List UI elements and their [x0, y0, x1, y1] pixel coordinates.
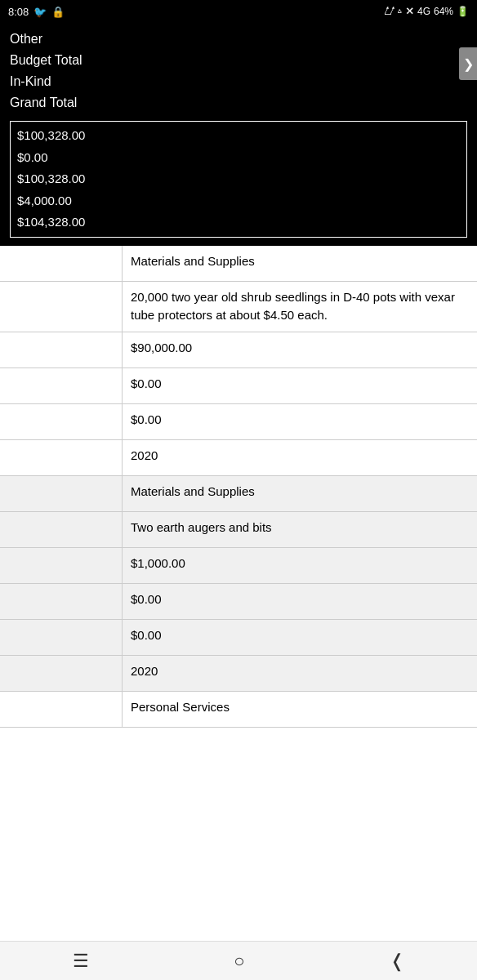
- time-display: 8:08: [8, 6, 29, 18]
- row-left-1: [0, 246, 123, 281]
- row-right-4: $0.00: [123, 368, 477, 403]
- row-right-10: $0.00: [123, 584, 477, 619]
- row-right-2: 20,000 two year old shrub seedlings in D…: [123, 282, 477, 332]
- value-4: $4,000.00: [17, 192, 460, 211]
- value-1: $100,328.00: [17, 127, 460, 145]
- row-left-12: [0, 656, 123, 691]
- table-row: Materials and Supplies: [0, 246, 477, 282]
- label-in-kind: In-Kind: [10, 72, 467, 91]
- row-right-3: $90,000.00: [123, 332, 477, 368]
- row-right-7: Materials and Supplies: [123, 476, 477, 511]
- facebook-icon: 🐦: [33, 6, 47, 18]
- label-budget-total: Budget Total: [10, 51, 467, 70]
- table-row: 2020: [0, 440, 477, 476]
- row-left-4: [0, 368, 123, 403]
- menu-nav-icon[interactable]: ☰: [73, 951, 89, 972]
- row-left-13: [0, 692, 123, 727]
- row-left-9: [0, 548, 123, 583]
- home-nav-icon[interactable]: ○: [234, 951, 244, 972]
- status-bar-left: 8:08 🐦 🔒: [8, 6, 65, 18]
- value-3: $100,328.00: [17, 170, 460, 189]
- row-left-11: [0, 620, 123, 655]
- table-row: Two earth augers and bits: [0, 512, 477, 548]
- value-2: $0.00: [17, 149, 460, 167]
- back-nav-icon[interactable]: ❬: [390, 951, 404, 972]
- values-box: $100,328.00 $0.00 $100,328.00 $4,000.00 …: [10, 121, 467, 238]
- table-row: $1,000.00: [0, 548, 477, 584]
- battery-display: 64%: [434, 6, 453, 17]
- arrow-button[interactable]: ❯: [459, 47, 477, 80]
- row-right-9: $1,000.00: [123, 548, 477, 583]
- row-left-2: [0, 282, 123, 332]
- row-left-8: [0, 512, 123, 547]
- table-row: Materials and Supplies: [0, 476, 477, 512]
- row-right-11: $0.00: [123, 620, 477, 655]
- row-left-5: [0, 404, 123, 439]
- table-row: 20,000 two year old shrub seedlings in D…: [0, 282, 477, 332]
- signal-icons: ⌰ △ ✕ 4G: [385, 6, 430, 17]
- row-left-7: [0, 476, 123, 511]
- label-group: Other Budget Total In-Kind Grand Total: [10, 29, 467, 113]
- status-bar-right: ⌰ △ ✕ 4G 64% 🔋: [385, 6, 469, 17]
- row-left-3: [0, 332, 123, 368]
- value-5: $104,328.00: [17, 213, 460, 232]
- row-right-12: 2020: [123, 656, 477, 691]
- row-right-8: Two earth augers and bits: [123, 512, 477, 547]
- row-right-5: $0.00: [123, 404, 477, 439]
- battery-icon: 🔋: [457, 6, 469, 17]
- table-row: $0.00: [0, 584, 477, 620]
- table-row: $0.00: [0, 620, 477, 656]
- row-right-6: 2020: [123, 440, 477, 475]
- lock-icon: 🔒: [51, 6, 65, 18]
- status-bar: 8:08 🐦 🔒 ⌰ △ ✕ 4G 64% 🔋: [0, 0, 477, 23]
- bottom-nav-bar: ☰ ○ ❬: [0, 941, 477, 980]
- label-other: Other: [10, 29, 467, 49]
- content-area: Materials and Supplies 20,000 two year o…: [0, 246, 477, 728]
- row-right-13: Personal Services: [123, 692, 477, 727]
- black-header-section: Other Budget Total In-Kind Grand Total $…: [0, 23, 477, 246]
- label-grand-total: Grand Total: [10, 93, 467, 113]
- row-left-10: [0, 584, 123, 619]
- row-left-6: [0, 440, 123, 475]
- table-row: Personal Services: [0, 692, 477, 728]
- table-row: 2020: [0, 656, 477, 692]
- table-row: $0.00: [0, 404, 477, 440]
- table-row: $90,000.00: [0, 332, 477, 368]
- row-right-1: Materials and Supplies: [123, 246, 477, 281]
- table-row: $0.00: [0, 368, 477, 404]
